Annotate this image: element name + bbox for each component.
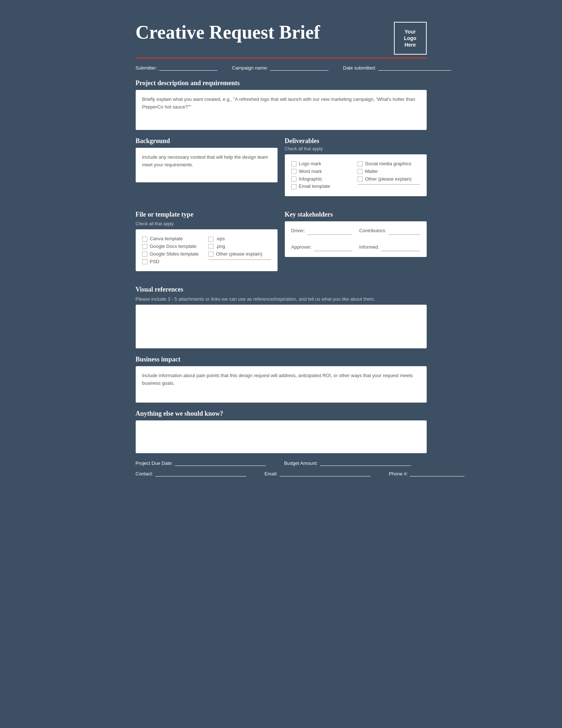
approver-label: Approver: bbox=[291, 244, 312, 251]
stakeholders-section: Key stakeholders Driver: Contributors: A… bbox=[285, 211, 427, 278]
deliverable-social-media[interactable]: Social media graphics bbox=[358, 160, 420, 168]
checkbox-eps[interactable] bbox=[208, 237, 214, 242]
other-deliverable-line bbox=[358, 184, 420, 185]
logo-text: YourLogoHere bbox=[404, 28, 416, 48]
label-word-mark: Word mark bbox=[299, 168, 322, 175]
background-section: Background Include any necessary context… bbox=[136, 137, 278, 203]
anything-else-heading: Anything else we should know? bbox=[136, 410, 427, 418]
deliverables-left: Logo mark Word mark Infographic Ema bbox=[291, 160, 354, 190]
meta-row: Submitter: Campaign name: Date submitted… bbox=[136, 65, 427, 71]
label-infographic: Infographic bbox=[299, 175, 322, 183]
visual-references-box[interactable] bbox=[136, 305, 427, 348]
approver-field: Approver: bbox=[291, 244, 352, 251]
label-google-slides: Google Slides template bbox=[150, 250, 199, 258]
file-template-left: Canva template Google Docs template Goog… bbox=[142, 235, 205, 265]
phone-field: Phone #: bbox=[389, 471, 465, 476]
email-label: Email: bbox=[264, 471, 278, 476]
budget-label: Budget Amount: bbox=[284, 460, 318, 466]
anything-else-section: Anything else we should know? bbox=[136, 410, 427, 453]
file-other: Other (please explain) bbox=[208, 250, 271, 260]
business-impact-placeholder: Include information about pain points th… bbox=[142, 373, 413, 386]
budget-line bbox=[320, 466, 411, 466]
checkbox-social-media[interactable] bbox=[358, 161, 363, 166]
contact-line bbox=[155, 476, 246, 476]
business-impact-section: Business impact Include information abou… bbox=[136, 356, 427, 403]
approver-line bbox=[314, 251, 352, 251]
footer-fields: Project Due Date: Budget Amount: Contact… bbox=[136, 460, 427, 476]
label-email-template: Email template bbox=[299, 183, 330, 190]
project-description-section: Project description and requirements Bri… bbox=[136, 79, 427, 130]
deliverable-infographic[interactable]: Infographic bbox=[291, 175, 354, 183]
deliverables-sub: Check all that apply bbox=[285, 146, 427, 151]
checkbox-infographic[interactable] bbox=[291, 177, 296, 182]
checkbox-google-docs[interactable] bbox=[142, 244, 147, 249]
file-canva[interactable]: Canva template bbox=[142, 235, 205, 243]
file-template-right: .eps .png Other (please explain) bbox=[208, 235, 271, 265]
label-logo-mark: Logo mark bbox=[299, 160, 321, 168]
mid-two-col: Background Include any necessary context… bbox=[136, 137, 427, 203]
checkbox-logo-mark[interactable] bbox=[291, 161, 296, 166]
date-field: Date submitted: bbox=[343, 65, 451, 71]
anything-else-box[interactable] bbox=[136, 420, 427, 453]
file-png[interactable]: .png bbox=[208, 243, 271, 250]
deliverable-mailer[interactable]: Mailer bbox=[358, 168, 420, 175]
project-description-heading: Project description and requirements bbox=[136, 79, 427, 87]
contact-label: Contact: bbox=[136, 471, 153, 476]
file-google-docs[interactable]: Google Docs template bbox=[142, 243, 205, 250]
checkbox-psd[interactable] bbox=[142, 259, 147, 264]
checkbox-png[interactable] bbox=[208, 244, 214, 249]
email-field: Email: bbox=[264, 471, 371, 476]
label-mailer: Mailer bbox=[365, 168, 378, 175]
contributors-label: Contributors: bbox=[359, 227, 386, 235]
background-box[interactable]: Include any necessary context that will … bbox=[136, 148, 278, 182]
checkbox-canva[interactable] bbox=[142, 237, 147, 242]
deliverables-heading: Deliverables bbox=[285, 137, 427, 145]
visual-references-section: Visual references Please include 3 - 5 a… bbox=[136, 286, 427, 348]
lower-two-col: File or template type Check all that app… bbox=[136, 211, 427, 278]
campaign-line bbox=[270, 70, 328, 71]
submitter-field: Submitter: bbox=[136, 65, 218, 71]
informed-field: Informed: bbox=[359, 244, 420, 251]
checkbox-email-template[interactable] bbox=[291, 184, 296, 189]
label-png: .png bbox=[216, 243, 225, 250]
deliverables-section: Deliverables Check all that apply Logo m… bbox=[285, 137, 427, 203]
campaign-label: Campaign name: bbox=[232, 65, 268, 71]
label-psd: PSD bbox=[150, 258, 160, 266]
checkbox-google-slides[interactable] bbox=[142, 252, 147, 257]
checkbox-mailer[interactable] bbox=[358, 169, 363, 174]
label-eps: .eps bbox=[216, 235, 225, 243]
due-date-label: Project Due Date: bbox=[136, 460, 173, 466]
project-description-placeholder: Briefly explain what you want created, e… bbox=[142, 96, 415, 110]
other-file-line bbox=[208, 260, 271, 260]
checkbox-other-deliverable[interactable] bbox=[358, 177, 363, 182]
stakeholders-grid: Driver: Contributors: Approver: Informed… bbox=[291, 227, 420, 251]
project-description-box[interactable]: Briefly explain what you want created, e… bbox=[136, 90, 427, 130]
file-template-sub: Check all that apply bbox=[136, 221, 278, 226]
submitter-line bbox=[159, 70, 218, 71]
submitter-label: Submitter: bbox=[136, 65, 157, 71]
file-google-slides[interactable]: Google Slides template bbox=[142, 250, 205, 258]
checkbox-word-mark[interactable] bbox=[291, 169, 296, 174]
date-label: Date submitted: bbox=[343, 65, 376, 71]
file-eps[interactable]: .eps bbox=[208, 235, 271, 243]
page-header: Creative Request Brief YourLogoHere bbox=[136, 22, 427, 55]
label-other-file: Other (please explain) bbox=[216, 250, 263, 258]
contact-field: Contact: bbox=[136, 471, 246, 476]
footer-row-1: Project Due Date: Budget Amount: bbox=[136, 460, 427, 466]
deliverable-email-template[interactable]: Email template bbox=[291, 183, 354, 190]
deliverable-word-mark[interactable]: Word mark bbox=[291, 168, 354, 175]
page-title: Creative Request Brief bbox=[136, 22, 320, 43]
file-template-heading: File or template type bbox=[136, 211, 278, 218]
contributors-line bbox=[388, 234, 420, 235]
deliverable-logo-mark[interactable]: Logo mark bbox=[291, 160, 354, 168]
file-template-grid: Canva template Google Docs template Goog… bbox=[142, 235, 271, 265]
business-impact-box[interactable]: Include information about pain points th… bbox=[136, 366, 427, 403]
file-psd[interactable]: PSD bbox=[142, 258, 205, 266]
label-canva: Canva template bbox=[150, 235, 183, 243]
footer-row-2: Contact: Email: Phone #: bbox=[136, 471, 427, 476]
checkbox-other-file[interactable] bbox=[208, 252, 214, 257]
business-impact-heading: Business impact bbox=[136, 356, 427, 363]
driver-field: Driver: bbox=[291, 227, 352, 235]
file-template-section: File or template type Check all that app… bbox=[136, 211, 278, 278]
date-line bbox=[378, 70, 451, 71]
